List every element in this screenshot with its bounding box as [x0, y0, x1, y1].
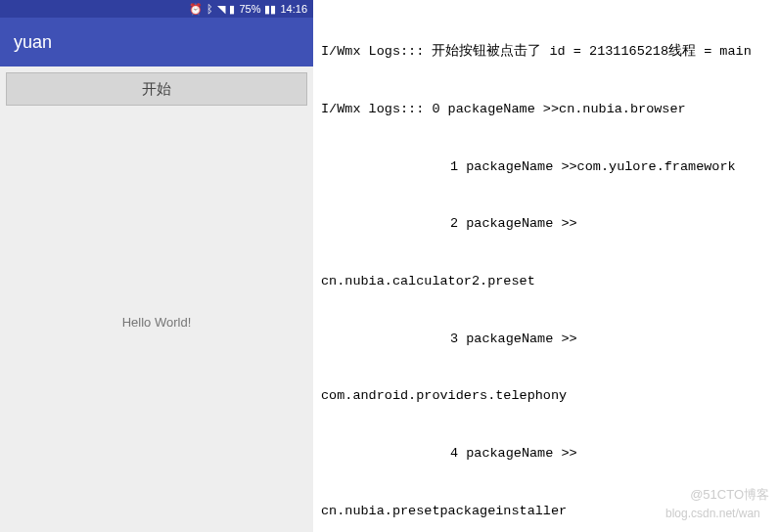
alarm-icon: ⏰ [189, 3, 203, 16]
status-bar: ⏰ ᛒ ◥ ▮ 75% ▮▮ 14:16 [0, 0, 313, 18]
battery-icon: ▮▮ [264, 3, 276, 16]
log-line: 2 packageName >> [321, 214, 771, 234]
clock-time: 14:16 [280, 3, 307, 15]
app-bar: yuan [0, 18, 313, 66]
log-line: 4 packageName >> [321, 444, 771, 464]
log-pane: I/Wmx Logs::: 开始按钮被点击了 id = 2131165218线程… [313, 0, 779, 532]
phone-screen: ⏰ ᛒ ◥ ▮ 75% ▮▮ 14:16 yuan 开始 Hello World… [0, 0, 313, 532]
root: ⏰ ᛒ ◥ ▮ 75% ▮▮ 14:16 yuan 开始 Hello World… [0, 0, 779, 532]
wifi-icon: ◥ [217, 3, 225, 16]
start-button[interactable]: 开始 [6, 72, 307, 106]
log-line: I/Wmx Logs::: 开始按钮被点击了 id = 2131165218线程… [321, 42, 771, 62]
bluetooth-icon: ᛒ [206, 3, 213, 15]
battery-percent: 75% [239, 3, 260, 15]
signal-icon: ▮ [229, 3, 235, 16]
hello-world-label: Hello World! [122, 315, 192, 330]
content-area: Hello World! [0, 111, 313, 532]
watermark: @51CTO博客 [690, 486, 769, 505]
app-title: yuan [14, 32, 52, 53]
log-line: I/Wmx logs::: 0 packageName >>cn.nubia.b… [321, 100, 771, 119]
log-line: cn.nubia.calculator2.preset [321, 272, 771, 291]
log-line: 1 packageName >>com.yulore.framework [321, 157, 771, 177]
button-area: 开始 [0, 66, 313, 111]
log-line: 3 packageName >> [321, 330, 771, 349]
watermark: blog.csdn.net/wan [665, 506, 760, 522]
log-line: com.android.providers.telephony [321, 386, 771, 406]
